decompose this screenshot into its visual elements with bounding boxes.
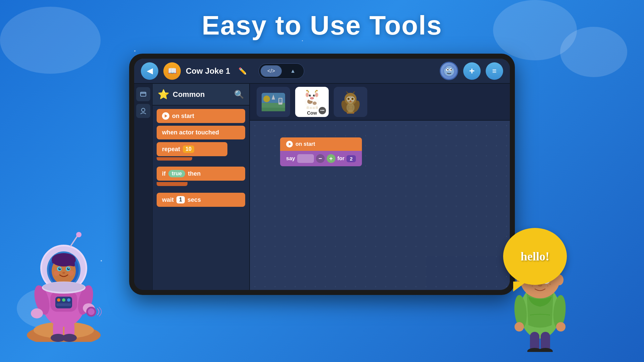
sprite-owl[interactable]: [334, 87, 367, 117]
svg-point-50: [346, 103, 355, 112]
device-screen: ◀ 📖 Cow Joke 1 ✏️ </> ▲: [134, 59, 510, 290]
scene-icon: ▲: [290, 68, 296, 74]
when-actor-touched-label: when actor touched: [162, 129, 219, 136]
svg-rect-34: [313, 107, 315, 109]
svg-point-25: [309, 95, 311, 97]
repeat-label: repeat: [162, 146, 180, 153]
hello-bubble: hello!: [503, 228, 567, 285]
plus-icon: +: [469, 66, 475, 76]
project-title: Cow Joke 1: [186, 66, 230, 76]
svg-rect-32: [307, 106, 309, 109]
svg-point-4: [450, 69, 452, 70]
code-icon: </>: [267, 68, 275, 74]
sidebar: ⭐ Common 🔍 on start when actor touched: [153, 84, 250, 290]
repeat-value: 10: [183, 145, 194, 153]
svg-rect-33: [310, 107, 312, 109]
search-button[interactable]: 🔍: [234, 90, 244, 99]
category-star-icon: ⭐: [158, 89, 169, 100]
svg-point-8: [142, 108, 145, 112]
play-icon: [162, 112, 169, 120]
svg-point-12: [263, 96, 270, 102]
block-connector-2: [157, 182, 187, 186]
block-connector: [157, 157, 192, 161]
main-content: ⭐ Common 🔍 on start when actor touched: [134, 84, 510, 290]
repeat-block[interactable]: repeat 10: [157, 142, 227, 156]
svg-rect-64: [56, 303, 71, 306]
code-view-button[interactable]: </>: [261, 65, 282, 77]
svg-point-28: [314, 95, 315, 96]
svg-point-23: [306, 93, 308, 97]
if-then-block[interactable]: if true then: [157, 167, 245, 181]
svg-point-79: [60, 268, 61, 269]
for-label: for: [337, 156, 344, 162]
svg-point-31: [313, 98, 314, 99]
menu-button[interactable]: ≡: [486, 62, 503, 80]
svg-point-80: [68, 268, 69, 269]
when-actor-touched-block[interactable]: when actor touched: [157, 126, 245, 139]
svg-point-30: [311, 98, 312, 99]
svg-point-67: [31, 308, 43, 318]
svg-point-81: [62, 272, 65, 274]
svg-point-62: [62, 298, 65, 302]
device-frame: ◀ 📖 Cow Joke 1 ✏️ </> ▲: [129, 54, 515, 295]
svg-point-97: [515, 322, 524, 331]
then-label: then: [188, 170, 201, 177]
top-bar: ◀ 📖 Cow Joke 1 ✏️ </> ▲: [134, 59, 510, 84]
on-start-block[interactable]: on start: [157, 109, 245, 123]
canvas-on-start-block[interactable]: on start: [280, 137, 362, 151]
wait-value: 1: [176, 196, 185, 203]
svg-point-93: [88, 308, 95, 315]
sprite-scene[interactable]: [257, 87, 290, 117]
svg-point-91: [62, 334, 77, 342]
true-value: true: [168, 170, 185, 177]
monster-svg: [443, 65, 455, 77]
say-minus-button[interactable]: −: [316, 154, 325, 163]
say-plus-button[interactable]: +: [327, 154, 335, 163]
view-toggle: </> ▲: [259, 63, 304, 79]
svg-point-98: [556, 322, 566, 331]
canvas-play-icon: [286, 141, 293, 147]
add-button[interactable]: +: [463, 62, 481, 80]
cow-sprite-name: Cow: [307, 110, 317, 116]
svg-point-47: [348, 98, 349, 100]
page-title: Easy to Use Tools: [202, 10, 442, 41]
for-value: 2: [346, 155, 356, 162]
sprite-cow[interactable]: Cow •••: [295, 87, 329, 117]
svg-point-19: [313, 102, 317, 105]
actor-icon-btn[interactable]: [136, 104, 150, 118]
cow-more-button[interactable]: •••: [319, 107, 326, 114]
svg-point-114: [532, 285, 533, 287]
sidebar-header: ⭐ Common 🔍: [153, 84, 249, 106]
wait-label: wait: [162, 196, 174, 203]
svg-marker-40: [346, 91, 348, 94]
star-dot: [134, 50, 136, 52]
svg-point-83: [68, 270, 74, 276]
code-canvas: on start say − + for 2: [250, 121, 510, 290]
book-icon: 📖: [168, 67, 177, 75]
svg-rect-35: [316, 106, 318, 109]
scene-view-button[interactable]: ▲: [283, 65, 302, 77]
say-input[interactable]: [297, 154, 314, 163]
svg-point-24: [316, 93, 318, 97]
canvas-say-block[interactable]: say − + for 2: [280, 151, 362, 166]
svg-point-61: [57, 298, 60, 302]
svg-point-0: [444, 66, 454, 76]
svg-point-87: [76, 232, 82, 237]
back-button[interactable]: ◀: [141, 62, 158, 80]
sidebar-left-panel: [134, 84, 153, 290]
edit-icon[interactable]: ✏️: [238, 67, 247, 75]
canvas-block-group: on start say − + for 2: [280, 137, 362, 166]
repeat-icon-btn[interactable]: [136, 87, 150, 101]
svg-point-3: [447, 69, 448, 70]
svg-point-27: [310, 95, 311, 96]
scene-thumbnail: [262, 93, 285, 111]
wait-secs-block[interactable]: wait 1 secs: [157, 193, 245, 207]
bg-cloud-1: [0, 7, 101, 74]
sprites-bar: Cow •••: [250, 84, 510, 121]
stage-area: Cow •••: [250, 84, 510, 290]
sidebar-category-label: Common: [173, 90, 231, 99]
hello-text: hello!: [521, 249, 549, 263]
book-button[interactable]: 📖: [163, 62, 181, 80]
menu-icon: ≡: [492, 67, 497, 75]
sidebar-blocks: on start when actor touched repeat 10: [153, 106, 249, 290]
